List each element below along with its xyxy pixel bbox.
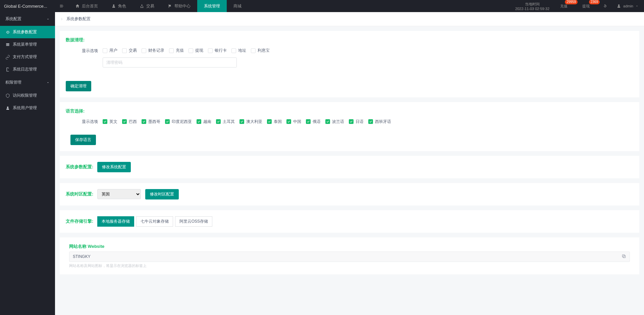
lang-option-9[interactable]: 俄语 (306, 119, 321, 125)
sidebar-item-label: 系统用户管理 (13, 105, 37, 111)
clean-option-7[interactable]: 利息宝 (251, 48, 270, 53)
chevron-down-icon (635, 4, 639, 8)
checkbox-icon (197, 119, 201, 124)
checkbox-icon (216, 119, 221, 124)
nav-mall[interactable]: 商城 (227, 0, 248, 12)
checkbox-label: 银行卡 (215, 48, 227, 53)
top-nav: 后台首页 角色 交易 帮助中心 系统管理 商城 (68, 0, 248, 12)
storage-tab-0[interactable]: 本地服务器存储 (97, 216, 134, 227)
checkbox-label: 充值 (176, 48, 184, 53)
clean-option-6[interactable]: 地址 (231, 48, 246, 53)
checkbox-label: 提现 (195, 48, 203, 53)
clean-password-input[interactable] (103, 57, 237, 68)
sidebar-item-log[interactable]: 系统日志管理 (0, 63, 55, 76)
lang-option-3[interactable]: 印度尼西亚 (165, 119, 192, 125)
modify-system-button[interactable]: 修改系统配置 (97, 162, 131, 172)
app-logo: Global E-Commerce... (0, 0, 55, 12)
sidebar-group-system-label: 系统配置 (5, 16, 21, 22)
clean-option-3[interactable]: 充值 (169, 48, 184, 53)
nav-help[interactable]: 帮助中心 (161, 0, 197, 12)
section5-title: 文件存储引擎: (66, 218, 93, 224)
user-menu[interactable]: admin (611, 0, 644, 12)
lang-option-5[interactable]: 土耳其 (216, 119, 235, 125)
nav-help-label: 帮助中心 (174, 3, 191, 9)
withdraw-link[interactable]: 提现 2369 (577, 0, 599, 12)
checkbox-label: 英文 (109, 119, 117, 125)
nav-role-label: 角色 (118, 3, 126, 9)
clean-option-4[interactable]: 提现 (189, 48, 203, 53)
clean-option-1[interactable]: 交易 (122, 48, 137, 53)
nav-role[interactable]: 角色 (105, 0, 133, 12)
refresh-button[interactable] (599, 0, 611, 12)
sidebar-item-users[interactable]: 系统用户管理 (0, 102, 55, 114)
lang-option-1[interactable]: 巴西 (122, 119, 137, 125)
lang-option-4[interactable]: 越南 (197, 119, 211, 125)
timezone-select[interactable]: 英国 (97, 189, 141, 199)
checkbox-icon (103, 48, 107, 53)
sidebar-item-menu[interactable]: 系统菜单管理 (0, 38, 55, 51)
user-icon (111, 4, 116, 8)
recharge-badge: 29959 (565, 0, 578, 4)
breadcrumb: 系统参数配置 (55, 12, 644, 26)
checkbox-label: 交易 (129, 48, 137, 53)
lang-option-0[interactable]: 英文 (103, 119, 117, 125)
sidebar-group-perm[interactable]: 权限管理 (0, 76, 55, 89)
recharge-link[interactable]: 充值 29959 (555, 0, 577, 12)
storage-tab-2[interactable]: 阿里云OSS存储 (175, 216, 212, 227)
lang-option-7[interactable]: 泰国 (267, 119, 282, 125)
checkbox-icon (231, 48, 236, 53)
sidebar-item-label: 支付方式管理 (13, 54, 37, 60)
menu-icon (59, 4, 64, 8)
save-language-button[interactable]: 保存语言 (70, 135, 96, 145)
lang-option-10[interactable]: 波兰语 (325, 119, 344, 125)
checkbox-label: 日语 (356, 119, 364, 125)
sidebar-group-perm-label: 权限管理 (5, 80, 21, 85)
checkbox-icon (306, 119, 311, 124)
link-icon (5, 55, 10, 59)
sidebar-toggle[interactable] (55, 0, 68, 12)
chevron-right-icon (60, 17, 64, 21)
website-name-input[interactable] (73, 254, 622, 259)
sidebar-item-label: 系统参数配置 (13, 29, 37, 35)
checkbox-label: 西班牙语 (375, 119, 391, 125)
sidebar-item-params[interactable]: 系统参数配置 (0, 26, 55, 38)
withdraw-label: 提现 (582, 4, 590, 9)
svg-rect-1 (622, 255, 625, 257)
card-website: 网站名称 Website 网站名称及网站图标，将显示在浏览器的标签上 (60, 237, 639, 274)
checkbox-icon (349, 119, 354, 124)
checkbox-icon (122, 119, 127, 124)
breadcrumb-current: 系统参数配置 (66, 16, 91, 22)
card-data-clean: 数据清理: 显示选项 用户交易财务记录充值提现银行卡地址利息宝 确定清理 (60, 31, 639, 97)
nav-system[interactable]: 系统管理 (197, 0, 227, 12)
checkbox-label: 墨西哥 (148, 119, 160, 125)
clean-option-2[interactable]: 财务记录 (142, 48, 164, 53)
svg-rect-0 (623, 255, 626, 258)
sidebar-item-label: 系统菜单管理 (13, 42, 37, 47)
checkbox-icon (122, 48, 127, 53)
clean-option-5[interactable]: 银行卡 (208, 48, 227, 53)
confirm-clean-button[interactable]: 确定清理 (66, 81, 91, 91)
nav-home[interactable]: 后台首页 (68, 0, 105, 12)
copy-icon (622, 254, 626, 259)
modify-timezone-button[interactable]: 修改时区配置 (145, 189, 179, 199)
sidebar: 系统配置 系统参数配置 系统菜单管理 支付方式管理 系统日志管理 权限管理 访问… (0, 12, 55, 315)
checkbox-icon (189, 48, 193, 53)
checkbox-icon (165, 119, 170, 124)
card-timezone: 系统时区配置: 英国 修改时区配置 (60, 183, 639, 206)
user-name: admin (623, 4, 633, 8)
sidebar-item-label: 系统日志管理 (13, 66, 37, 72)
chevron-down-icon (46, 17, 50, 21)
lang-option-11[interactable]: 日语 (349, 119, 364, 125)
clean-option-0[interactable]: 用户 (103, 48, 117, 53)
lang-option-12[interactable]: 西班牙语 (368, 119, 391, 125)
copy-button[interactable] (622, 254, 626, 260)
nav-trade[interactable]: 交易 (133, 0, 161, 12)
lang-option-8[interactable]: 中国 (286, 119, 301, 125)
storage-tab-1[interactable]: 七牛云对象存储 (136, 216, 173, 227)
sidebar-item-payment[interactable]: 支付方式管理 (0, 51, 55, 63)
sidebar-item-access[interactable]: 访问权限管理 (0, 89, 55, 102)
sidebar-group-system[interactable]: 系统配置 (0, 12, 55, 26)
checkbox-label: 地址 (238, 48, 246, 53)
lang-option-2[interactable]: 墨西哥 (142, 119, 160, 125)
lang-option-6[interactable]: 澳大利亚 (239, 119, 262, 125)
